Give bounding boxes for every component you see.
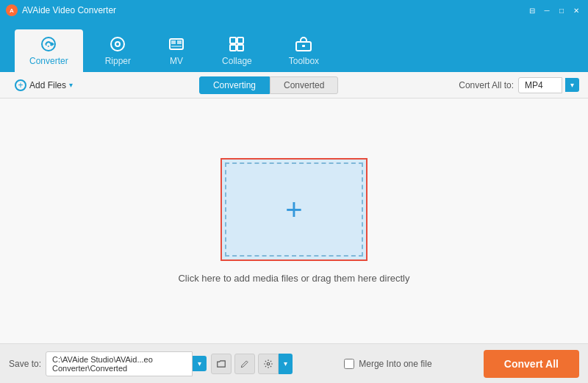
main-content: + Click here to add media files or drag … bbox=[0, 99, 588, 343]
ripper-label: Ripper bbox=[105, 56, 131, 66]
converter-label: Converter bbox=[29, 56, 68, 66]
drop-zone[interactable]: + bbox=[220, 158, 368, 261]
svg-rect-10 bbox=[230, 45, 236, 51]
converter-icon bbox=[40, 35, 57, 53]
mv-icon bbox=[168, 35, 185, 53]
nav-item-mv[interactable]: MV bbox=[153, 29, 200, 72]
message-btn[interactable]: ⊟ bbox=[526, 4, 538, 16]
svg-marker-1 bbox=[51, 42, 54, 46]
format-value: MP4 bbox=[518, 77, 562, 93]
svg-rect-7 bbox=[171, 46, 182, 47]
tab-converted[interactable]: Converted bbox=[270, 76, 338, 94]
toolbar-tabs: Converting Converted bbox=[199, 76, 338, 94]
app-title: AVAide Video Converter bbox=[22, 5, 116, 15]
close-btn[interactable]: ✕ bbox=[570, 4, 582, 16]
collage-label: Collage bbox=[222, 56, 252, 66]
settings-dropdown-btn[interactable]: ▾ bbox=[279, 354, 293, 374]
toolbox-icon bbox=[295, 35, 312, 53]
settings-btn[interactable] bbox=[258, 354, 279, 374]
add-files-arrow-icon: ▾ bbox=[69, 81, 73, 89]
maximize-btn[interactable]: □ bbox=[556, 4, 567, 16]
mv-label: MV bbox=[170, 56, 183, 66]
svg-point-14 bbox=[267, 362, 270, 365]
drop-zone-text: Click here to add media files or drag th… bbox=[178, 273, 409, 284]
ripper-icon bbox=[109, 35, 126, 53]
add-circle-icon: + bbox=[15, 79, 26, 91]
app-icon: A bbox=[6, 4, 18, 16]
save-path-value: C:\AVAide Studio\AVAid...eo Converter\Co… bbox=[46, 351, 193, 376]
svg-rect-8 bbox=[230, 37, 236, 43]
save-to-label: Save to: bbox=[9, 359, 41, 369]
title-bar: A AVAide Video Converter ⊟ ─ □ ✕ bbox=[0, 0, 588, 21]
collage-icon bbox=[228, 35, 245, 53]
nav-item-collage[interactable]: Collage bbox=[207, 29, 267, 72]
status-icons: ▾ bbox=[211, 354, 293, 374]
title-bar-left: A AVAide Video Converter bbox=[6, 4, 116, 16]
drop-zone-inner: + bbox=[225, 162, 363, 257]
nav-item-toolbox[interactable]: Toolbox bbox=[274, 29, 334, 72]
svg-rect-11 bbox=[237, 45, 243, 51]
toolbar-left: + Add Files ▾ bbox=[9, 76, 79, 94]
merge-section: Merge Into one file bbox=[344, 359, 431, 369]
title-bar-controls: ⊟ ─ □ ✕ bbox=[526, 4, 582, 16]
toolbar: + Add Files ▾ Converting Converted Conve… bbox=[0, 72, 588, 99]
add-files-button[interactable]: + Add Files ▾ bbox=[9, 76, 79, 94]
convert-all-button[interactable]: Convert All bbox=[484, 350, 579, 378]
save-to-section: Save to: C:\AVAide Studio\AVAid...eo Con… bbox=[9, 351, 293, 376]
format-dropdown-btn[interactable]: ▾ bbox=[565, 78, 579, 92]
nav-item-converter[interactable]: Converter bbox=[15, 29, 83, 72]
nav-item-ripper[interactable]: Ripper bbox=[90, 29, 146, 72]
svg-rect-6 bbox=[177, 40, 182, 44]
toolbar-right: Convert All to: MP4 ▾ bbox=[459, 77, 579, 93]
save-path-dropdown-btn[interactable]: ▾ bbox=[193, 356, 207, 371]
minimize-btn[interactable]: ─ bbox=[541, 4, 553, 16]
edit-btn[interactable] bbox=[234, 354, 255, 374]
merge-checkbox[interactable] bbox=[344, 359, 354, 369]
save-path: C:\AVAide Studio\AVAid...eo Converter\Co… bbox=[46, 351, 207, 376]
status-bar: Save to: C:\AVAide Studio\AVAid...eo Con… bbox=[0, 343, 588, 383]
tab-converting[interactable]: Converting bbox=[199, 76, 270, 94]
svg-point-3 bbox=[115, 42, 120, 46]
svg-rect-5 bbox=[171, 40, 176, 44]
svg-point-2 bbox=[111, 37, 124, 51]
convert-all-to-label: Convert All to: bbox=[459, 80, 514, 90]
nav-bar: Converter Ripper MV bbox=[0, 21, 588, 72]
merge-label: Merge Into one file bbox=[359, 359, 431, 369]
folder-btn[interactable] bbox=[211, 354, 232, 374]
format-select: MP4 ▾ bbox=[518, 77, 579, 93]
svg-rect-13 bbox=[302, 45, 305, 47]
plus-icon: + bbox=[285, 195, 302, 224]
add-files-label: Add Files bbox=[29, 80, 66, 90]
svg-rect-9 bbox=[237, 37, 243, 43]
toolbox-label: Toolbox bbox=[289, 56, 319, 66]
